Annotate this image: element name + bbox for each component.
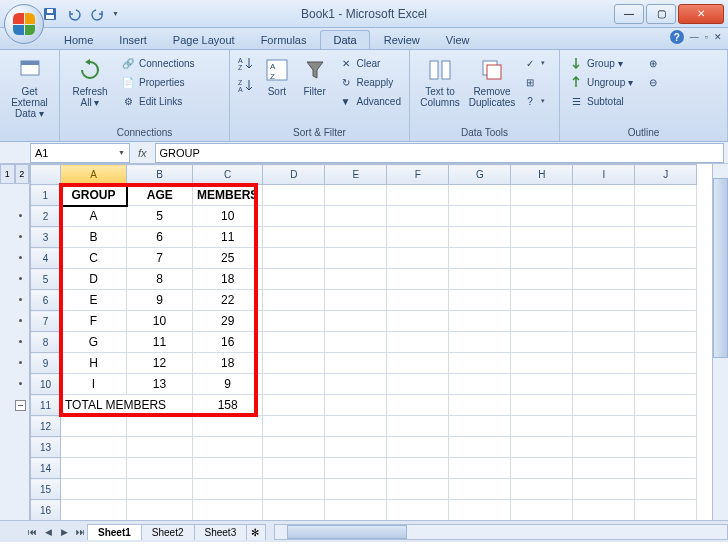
- cell[interactable]: [263, 395, 325, 416]
- cell[interactable]: C: [61, 248, 127, 269]
- cell[interactable]: 29: [193, 311, 263, 332]
- cell[interactable]: G: [61, 332, 127, 353]
- cell[interactable]: [449, 416, 511, 437]
- cell[interactable]: [511, 269, 573, 290]
- cell[interactable]: E: [61, 290, 127, 311]
- cell[interactable]: [325, 248, 387, 269]
- cell[interactable]: [511, 290, 573, 311]
- cell[interactable]: [511, 500, 573, 521]
- cell[interactable]: [325, 269, 387, 290]
- cell[interactable]: [511, 248, 573, 269]
- cell-total-label[interactable]: TOTAL MEMBERS: [61, 395, 193, 416]
- cell[interactable]: [635, 416, 697, 437]
- tab-nav-last[interactable]: ⏭: [72, 524, 88, 540]
- col-header[interactable]: A: [61, 165, 127, 185]
- cell[interactable]: [511, 458, 573, 479]
- close-workbook-button[interactable]: ✕: [714, 32, 722, 42]
- cell[interactable]: [263, 269, 325, 290]
- sort-asc-button[interactable]: AZ: [236, 54, 256, 72]
- redo-icon[interactable]: [88, 4, 108, 24]
- office-button[interactable]: [4, 4, 44, 44]
- cell[interactable]: [635, 248, 697, 269]
- row-header[interactable]: 13: [31, 437, 61, 458]
- cell[interactable]: [511, 416, 573, 437]
- cell[interactable]: 18: [193, 353, 263, 374]
- tab-data[interactable]: Data: [320, 30, 369, 49]
- cell[interactable]: [511, 311, 573, 332]
- remove-duplicates-button[interactable]: Remove Duplicates: [468, 54, 516, 110]
- cell[interactable]: [573, 374, 635, 395]
- col-header[interactable]: J: [635, 165, 697, 185]
- cell[interactable]: [449, 374, 511, 395]
- maximize-button[interactable]: ▢: [646, 4, 676, 24]
- cell[interactable]: [325, 227, 387, 248]
- tab-nav-first[interactable]: ⏮: [24, 524, 40, 540]
- row-header[interactable]: 4: [31, 248, 61, 269]
- cell[interactable]: 25: [193, 248, 263, 269]
- cell[interactable]: [635, 269, 697, 290]
- tab-nav-next[interactable]: ▶: [56, 524, 72, 540]
- filter-button[interactable]: Filter: [298, 54, 332, 99]
- cell[interactable]: [127, 416, 193, 437]
- fx-button[interactable]: fx: [138, 147, 147, 159]
- col-header[interactable]: D: [263, 165, 325, 185]
- connections-button[interactable]: 🔗Connections: [118, 54, 197, 72]
- col-header[interactable]: F: [387, 165, 449, 185]
- cell[interactable]: [511, 437, 573, 458]
- cell[interactable]: [635, 437, 697, 458]
- qat-dropdown-icon[interactable]: ▼: [112, 10, 119, 17]
- cell[interactable]: [325, 395, 387, 416]
- cell[interactable]: [61, 416, 127, 437]
- cell[interactable]: [387, 437, 449, 458]
- cell[interactable]: [325, 311, 387, 332]
- cell[interactable]: [325, 458, 387, 479]
- minimize-button[interactable]: —: [614, 4, 644, 24]
- row-header[interactable]: 16: [31, 500, 61, 521]
- cell[interactable]: [193, 416, 263, 437]
- sort-button[interactable]: AZ Sort: [260, 54, 294, 99]
- cell[interactable]: [387, 248, 449, 269]
- cell[interactable]: 18: [193, 269, 263, 290]
- cell[interactable]: 13: [127, 374, 193, 395]
- cell[interactable]: [325, 479, 387, 500]
- group-button[interactable]: Group ▾: [566, 54, 635, 72]
- vscroll-thumb[interactable]: [713, 178, 728, 358]
- cell[interactable]: [61, 437, 127, 458]
- cell[interactable]: [325, 206, 387, 227]
- new-sheet-button[interactable]: ✻: [246, 524, 266, 540]
- subtotal-button[interactable]: ☰Subtotal: [566, 92, 635, 110]
- cell[interactable]: [387, 458, 449, 479]
- data-validation-button[interactable]: ✓▾: [520, 54, 547, 72]
- cell[interactable]: [511, 206, 573, 227]
- cell-a1[interactable]: GROUP: [61, 185, 127, 206]
- cell[interactable]: [511, 395, 573, 416]
- cell[interactable]: [263, 374, 325, 395]
- cell[interactable]: [449, 185, 511, 206]
- cell[interactable]: [635, 332, 697, 353]
- cell[interactable]: [511, 227, 573, 248]
- cell[interactable]: [573, 248, 635, 269]
- cell[interactable]: H: [61, 353, 127, 374]
- cell[interactable]: [263, 416, 325, 437]
- cell[interactable]: [61, 458, 127, 479]
- cell[interactable]: [325, 374, 387, 395]
- row-header[interactable]: 12: [31, 416, 61, 437]
- cell[interactable]: AGE: [127, 185, 193, 206]
- cell[interactable]: [263, 227, 325, 248]
- cell[interactable]: [387, 416, 449, 437]
- select-all-button[interactable]: [31, 165, 61, 185]
- cell[interactable]: [635, 353, 697, 374]
- sort-desc-button[interactable]: ZA: [236, 76, 256, 94]
- cell[interactable]: [263, 353, 325, 374]
- cell[interactable]: [635, 185, 697, 206]
- properties-button[interactable]: 📄Properties: [118, 73, 197, 91]
- tab-insert[interactable]: Insert: [107, 31, 159, 49]
- cell[interactable]: [449, 479, 511, 500]
- cell[interactable]: [573, 479, 635, 500]
- clear-button[interactable]: ✕Clear: [336, 54, 403, 72]
- cell[interactable]: 12: [127, 353, 193, 374]
- cell[interactable]: [511, 185, 573, 206]
- row-header[interactable]: 1: [31, 185, 61, 206]
- name-box[interactable]: A1▼: [30, 143, 130, 163]
- cell[interactable]: [635, 311, 697, 332]
